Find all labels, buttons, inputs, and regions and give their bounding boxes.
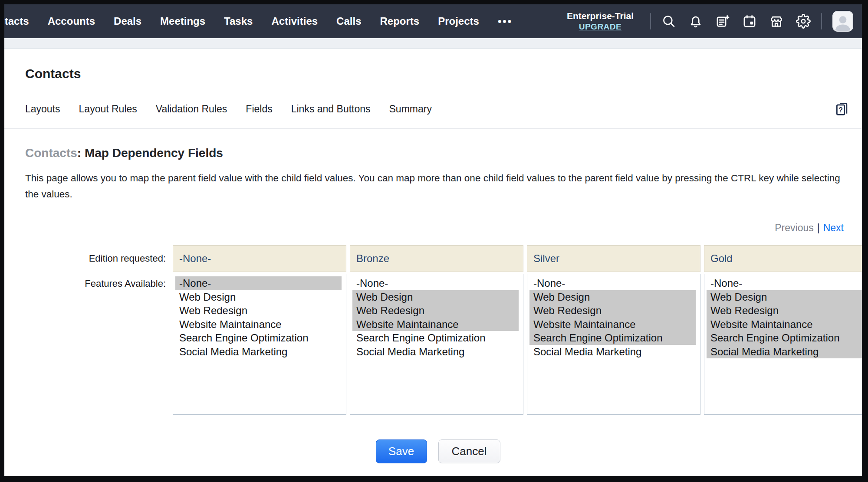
tab-fields[interactable]: Fields <box>246 103 272 115</box>
module-title: Contacts <box>25 66 862 81</box>
pagination: Previous|Next <box>25 222 851 234</box>
features-listbox-silver[interactable]: -None-Web DesignWeb RedesignWebsite Main… <box>527 274 700 415</box>
nav-item-meetings[interactable]: Meetings <box>160 15 205 27</box>
option-website-maintainance[interactable]: Website Maintainance <box>707 318 862 331</box>
parent-value-cell-none: -None- <box>173 245 346 272</box>
option-web-redesign[interactable]: Web Redesign <box>707 304 862 318</box>
parent-value-cells: -None-BronzeSilverGold <box>173 245 862 272</box>
option-social-media-marketing[interactable]: Social Media Marketing <box>175 345 342 359</box>
next-link[interactable]: Next <box>823 222 844 233</box>
option-web-redesign[interactable]: Web Redesign <box>529 304 696 318</box>
tab-layout-rules[interactable]: Layout Rules <box>79 103 137 115</box>
option-web-design[interactable]: Web Design <box>707 290 862 304</box>
option-social-media-marketing[interactable]: Social Media Marketing <box>529 345 696 359</box>
section-title: Contacts: Map Dependency Fields <box>25 146 851 160</box>
nav-item-activities[interactable]: Activities <box>271 15 318 27</box>
features-listbox-gold[interactable]: -None-Web DesignWeb RedesignWebsite Main… <box>704 274 862 415</box>
option-web-design[interactable]: Web Design <box>352 290 519 304</box>
option-search-engine-optimization[interactable]: Search Engine Optimization <box>352 331 519 345</box>
parent-value-row: Edition requested: -None-BronzeSilverGol… <box>25 245 851 272</box>
option-social-media-marketing[interactable]: Social Media Marketing <box>352 345 519 359</box>
option-website-maintainance[interactable]: Website Maintainance <box>529 318 696 331</box>
option-website-maintainance[interactable]: Website Maintainance <box>175 318 342 331</box>
nav-item-deals[interactable]: Deals <box>114 15 141 27</box>
child-field-label: Features Available: <box>25 274 173 415</box>
parent-value-cell-silver: Silver <box>527 245 700 272</box>
cancel-button[interactable]: Cancel <box>438 439 500 463</box>
option-none[interactable]: -None- <box>352 276 519 290</box>
parent-value-cell-bronze: Bronze <box>350 245 523 272</box>
nav-menu: ContactsAccountsDealsMeetingsTasksActivi… <box>4 15 479 27</box>
nav-divider <box>650 13 651 30</box>
setup-tabs: LayoutsLayout RulesValidation RulesField… <box>25 103 432 115</box>
nav-item-calls[interactable]: Calls <box>336 15 361 27</box>
form-actions: Save Cancel <box>25 439 851 463</box>
nav-item-tasks[interactable]: Tasks <box>224 15 253 27</box>
bell-icon[interactable] <box>688 14 703 29</box>
tab-validation-rules[interactable]: Validation Rules <box>156 103 227 115</box>
setup-tabs-row: LayoutsLayout RulesValidation RulesField… <box>4 100 862 118</box>
nav-item-contacts[interactable]: Contacts <box>4 15 29 27</box>
tabs-divider <box>4 128 862 129</box>
pagination-separator: | <box>817 222 820 233</box>
option-web-design[interactable]: Web Design <box>175 290 342 304</box>
child-value-listboxes: -None-Web DesignWeb RedesignWebsite Main… <box>173 274 862 415</box>
nav-item-reports[interactable]: Reports <box>380 15 419 27</box>
parent-value-cell-gold: Gold <box>704 245 862 272</box>
user-avatar[interactable] <box>832 11 853 32</box>
app-window: ContactsAccountsDealsMeetingsTasksActivi… <box>0 0 868 482</box>
option-none[interactable]: -None- <box>529 276 696 290</box>
option-search-engine-optimization[interactable]: Search Engine Optimization <box>175 331 342 345</box>
dependency-mapping-table: Edition requested: -None-BronzeSilverGol… <box>25 245 851 415</box>
plan-info: Enterprise-Trial UPGRADE <box>567 10 634 32</box>
nav-more-button[interactable]: ••• <box>498 15 513 27</box>
section-title-rest: : Map Dependency Fields <box>77 146 223 160</box>
upgrade-link[interactable]: UPGRADE <box>579 22 622 32</box>
features-listbox-none[interactable]: -None-Web DesignWeb RedesignWebsite Main… <box>173 274 346 415</box>
section-title-module: Contacts <box>25 146 77 160</box>
settings-gear-icon[interactable] <box>796 14 811 29</box>
note-add-icon[interactable] <box>715 14 730 29</box>
option-search-engine-optimization[interactable]: Search Engine Optimization <box>707 331 862 345</box>
parent-field-label: Edition requested: <box>25 245 173 272</box>
option-social-media-marketing[interactable]: Social Media Marketing <box>707 345 862 359</box>
person-silhouette-icon <box>833 13 852 31</box>
main-content: Contacts LayoutsLayout RulesValidation R… <box>4 49 862 476</box>
sub-header-band <box>4 38 862 49</box>
marketplace-icon[interactable] <box>769 14 784 29</box>
calendar-icon[interactable] <box>742 14 757 29</box>
map-dependency-section: Contacts: Map Dependency Fields This pag… <box>4 146 862 463</box>
help-doc-icon[interactable]: ? <box>833 100 851 118</box>
previous-link[interactable]: Previous <box>775 222 813 233</box>
features-listbox-bronze[interactable]: -None-Web DesignWeb RedesignWebsite Main… <box>350 274 523 415</box>
tab-summary[interactable]: Summary <box>389 103 432 115</box>
tab-layouts[interactable]: Layouts <box>25 103 60 115</box>
search-icon[interactable] <box>661 14 676 29</box>
option-web-redesign[interactable]: Web Redesign <box>352 304 519 318</box>
option-web-design[interactable]: Web Design <box>529 290 696 304</box>
save-button[interactable]: Save <box>376 439 427 463</box>
option-web-redesign[interactable]: Web Redesign <box>175 304 342 318</box>
top-nav: ContactsAccountsDealsMeetingsTasksActivi… <box>4 4 862 38</box>
option-website-maintainance[interactable]: Website Maintainance <box>352 318 519 331</box>
nav-icons <box>661 14 811 29</box>
section-description: This page allows you to map the parent f… <box>25 170 851 202</box>
svg-text:?: ? <box>838 106 843 114</box>
browser-viewport: ContactsAccountsDealsMeetingsTasksActivi… <box>4 4 862 476</box>
plan-name: Enterprise-Trial <box>567 10 634 22</box>
option-none[interactable]: -None- <box>707 276 862 290</box>
nav-right-cluster: Enterprise-Trial UPGRADE <box>567 10 853 32</box>
option-none[interactable]: -None- <box>175 276 342 290</box>
child-values-row: Features Available: -None-Web DesignWeb … <box>25 274 851 415</box>
tab-links-and-buttons[interactable]: Links and Buttons <box>291 103 371 115</box>
nav-item-accounts[interactable]: Accounts <box>48 15 95 27</box>
option-search-engine-optimization[interactable]: Search Engine Optimization <box>529 331 696 345</box>
nav-item-projects[interactable]: Projects <box>438 15 479 27</box>
nav-divider <box>821 13 822 30</box>
